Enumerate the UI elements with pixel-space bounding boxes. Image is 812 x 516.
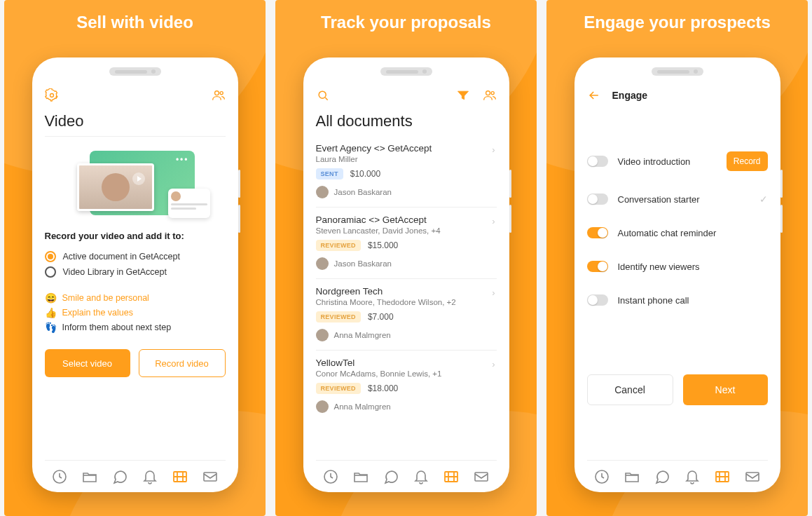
mail-tab-icon[interactable] [202,468,219,485]
radio-option[interactable]: Video Library in GetAccept [45,266,226,278]
next-button[interactable]: Next [683,374,768,405]
clock-tab-icon[interactable] [322,468,339,485]
record-prompt: Record your video and add it to: [45,231,226,241]
video-thumbnail[interactable] [77,163,154,211]
engage-row[interactable]: Video introductionRecord [587,140,768,182]
document-subtitle: Steven Lancaster, David Jones, +4 [316,226,497,235]
toggle[interactable] [587,156,608,167]
video-person [102,173,130,201]
gear-icon[interactable] [45,88,59,102]
screen: Engage Video introductionRecordConversat… [574,81,780,492]
avatar [316,329,329,341]
chevron-right-icon: › [492,359,495,369]
document-amount: $10.000 [350,169,380,179]
mail-tab-icon[interactable] [744,468,761,485]
tabbar [45,460,226,492]
select-video-button[interactable]: Select video [45,349,130,377]
folder-tab-icon[interactable] [81,468,98,485]
svg-rect-5 [204,473,216,481]
tip-emoji-icon: 👍 [45,307,57,318]
play-icon[interactable] [132,172,145,185]
status-badge: REVIEWED [316,240,361,251]
owner-name: Jason Baskaran [334,188,392,196]
engage-row[interactable]: Conversation starter✓ [587,182,768,216]
topbar [45,86,226,105]
svg-point-7 [486,91,490,95]
record-button[interactable]: Record [727,151,768,171]
radio-option[interactable]: Active document in GetAccept [45,251,226,262]
document-subtitle: Conor McAdams, Bonnie Lewis, +1 [316,369,497,378]
tip-emoji-icon: 👣 [45,322,57,333]
button-row: Select video Record video [45,349,226,377]
bell-tab-icon[interactable] [413,468,429,485]
page-title: Video [45,112,226,130]
contacts-icon[interactable] [212,88,226,102]
chat-tab-icon[interactable] [383,468,399,485]
topbar [316,86,497,105]
tabbar [316,460,497,492]
clock-tab-icon[interactable] [593,468,610,485]
bell-tab-icon[interactable] [142,468,158,485]
svg-rect-11 [475,473,488,481]
panel-title: Sell with video [4,13,266,32]
divider [45,136,226,137]
document-item[interactable]: Evert Agency <> GetAcceptLaura MillerSEN… [316,136,497,207]
mail-tab-icon[interactable] [473,468,490,485]
back-arrow-icon[interactable] [587,88,601,102]
engage-label: Automatic chat reminder [618,228,717,238]
toggle[interactable] [587,261,608,272]
engage-label: Identify new viewers [618,262,700,272]
engage-row[interactable]: Instant phone call [587,283,768,317]
contacts-icon[interactable] [483,88,497,102]
document-list: Evert Agency <> GetAcceptLaura MillerSEN… [316,136,497,421]
chevron-right-icon: › [492,144,495,155]
bell-tab-icon[interactable] [684,468,701,485]
folder-tab-icon[interactable] [352,468,369,485]
svg-point-6 [319,91,326,98]
record-video-button[interactable]: Record video [139,349,226,377]
engage-row[interactable]: Automatic chat reminder [587,216,768,250]
radio-icon[interactable] [45,266,56,278]
video-tab-icon[interactable] [443,468,460,485]
status-badge: REVIEWED [316,383,361,394]
clock-tab-icon[interactable] [51,468,68,485]
folder-tab-icon[interactable] [624,468,640,485]
engage-label: Instant phone call [618,295,689,306]
document-amount: $18.000 [368,383,398,393]
cancel-button[interactable]: Cancel [587,374,673,405]
screen: All documents Evert Agency <> GetAcceptL… [303,81,509,492]
filter-icon[interactable] [456,88,470,102]
document-amount: $7.000 [368,312,394,322]
panel-track-proposals: Track your proposals All documents [275,0,537,516]
screen: Video ••• Record your video and add it t… [32,81,238,492]
status-badge: SENT [316,168,343,179]
phone-side-button [509,205,511,233]
tip-emoji-icon: 😄 [45,292,57,304]
document-item[interactable]: Nordgreen TechChristina Moore, Thedodore… [316,278,497,350]
toggle[interactable] [587,194,608,205]
avatar [316,186,329,198]
engage-list: Video introductionRecordConversation sta… [587,140,768,317]
chat-tab-icon[interactable] [111,468,128,485]
page-title: All documents [316,112,497,130]
radio-label: Video Library in GetAccept [63,267,167,277]
tip-text: Explain the values [62,308,133,318]
document-item[interactable]: Panoramiac <> GetAcceptSteven Lancaster,… [316,207,497,278]
video-tab-icon[interactable] [172,468,188,485]
toggle[interactable] [587,294,608,306]
toggle[interactable] [587,227,608,238]
status-badge: REVIEWED [316,311,361,322]
owner-name: Anna Malmgren [334,402,391,411]
chat-tab-icon[interactable] [654,468,670,485]
panel-engage-prospects: Engage your prospects Engage Video intro… [546,0,808,516]
svg-rect-14 [746,473,759,481]
avatar [316,257,329,270]
phone-side-button [780,170,783,198]
document-item[interactable]: YellowTelConor McAdams, Bonnie Lewis, +1… [316,350,497,421]
engage-row[interactable]: Identify new viewers [587,250,768,283]
footer-buttons: Cancel Next [587,365,768,405]
search-icon[interactable] [316,88,330,102]
video-tab-icon[interactable] [714,468,731,485]
radio-icon[interactable] [45,251,56,262]
engage-label: Video introduction [618,156,691,167]
